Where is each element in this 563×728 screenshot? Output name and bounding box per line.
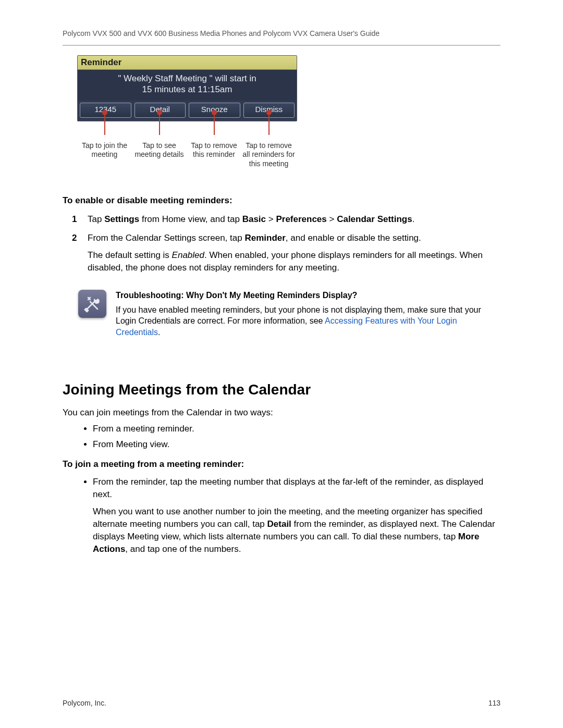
troubleshooting-text: Troubleshooting: Why Don't My Meeting Re… (116, 290, 500, 338)
join-from-reminder-heading: To join a meeting from a meeting reminde… (63, 458, 500, 471)
footer-company: Polycom, Inc. (63, 699, 106, 707)
tools-icon (78, 290, 106, 318)
callout-row: Tap to join the meeting Tap to see meeti… (77, 124, 296, 169)
callout-snooze: Tap to remove this reminder (187, 124, 241, 169)
callout-dismiss: Tap to remove all reminders for this mee… (241, 124, 296, 169)
callout-join: Tap to join the meeting (77, 124, 132, 169)
callout-marker-icon (268, 114, 270, 135)
phone-window: Reminder " Weekly Staff Meeting " will s… (77, 55, 297, 121)
join-steps-list: From the reminder, tap the meeting numbe… (63, 476, 500, 556)
troubleshooting-body-post: . (158, 328, 160, 337)
callout-detail: Tap to see meeting details (132, 124, 187, 169)
page-footer: Polycom, Inc. 113 (63, 699, 500, 707)
softkey-row: 12345 Detail Snooze Dismiss (78, 101, 297, 121)
reminder-figure: Reminder " Weekly Staff Meeting " will s… (77, 55, 296, 168)
troubleshooting-box: Troubleshooting: Why Don't My Meeting Re… (78, 290, 500, 338)
callout-marker-icon (159, 114, 160, 135)
running-header: Polycom VVX 500 and VVX 600 Business Med… (63, 29, 500, 38)
step-1: 1 Tap Settings from Home view, and tap B… (78, 213, 500, 226)
list-item: From the reminder, tap the meeting numbe… (93, 476, 500, 556)
join-step-text: From the reminder, tap the meeting numbe… (93, 477, 483, 499)
step-number: 2 (72, 232, 77, 244)
callout-label: Tap to see meeting details (134, 141, 183, 159)
header-rule (63, 45, 500, 46)
callout-label: Tap to join the meeting (82, 141, 127, 159)
list-item: From Meeting view. (93, 438, 500, 451)
list-item: From a meeting reminder. (93, 423, 500, 435)
joining-heading: Joining Meetings from the Calendar (63, 379, 500, 400)
step-2: 2 From the Calendar Settings screen, tap… (78, 232, 500, 274)
troubleshooting-title: Troubleshooting: Why Don't My Meeting Re… (116, 290, 500, 301)
step-2-text: From the Calendar Settings screen, tap R… (88, 233, 421, 243)
step-number: 1 (72, 213, 77, 226)
step-2-extra: The default setting is Enabled. When ena… (88, 249, 500, 274)
joining-ways-list: From a meeting reminder. From Meeting vi… (63, 423, 500, 451)
joining-intro: You can join meetings from the Calendar … (63, 406, 500, 419)
reminder-title-bar: Reminder (78, 56, 297, 70)
enable-steps-list: 1 Tap Settings from Home view, and tap B… (63, 213, 500, 274)
callout-label: Tap to remove all reminders for this mee… (242, 141, 295, 168)
enable-reminders-heading: To enable or disable meeting reminders: (63, 194, 500, 207)
callout-marker-icon (104, 114, 105, 135)
callout-label: Tap to remove this reminder (191, 141, 237, 159)
join-extra-para: When you want to use another number to j… (93, 505, 500, 555)
footer-page-number: 113 (488, 699, 500, 707)
callout-marker-icon (214, 114, 215, 135)
reminder-message: " Weekly Staff Meeting " will start in 1… (78, 70, 297, 101)
step-1-text: Tap Settings from Home view, and tap Bas… (88, 214, 414, 224)
